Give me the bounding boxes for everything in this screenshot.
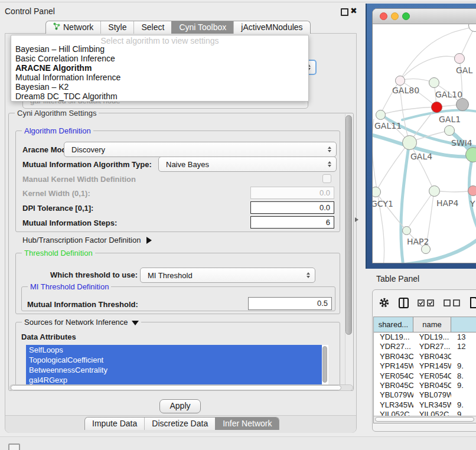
table-cell: YPR145W: [374, 361, 413, 371]
table-column-header-shared[interactable]: shared...: [374, 317, 413, 332]
tab-infer-network[interactable]: Infer Network: [215, 418, 279, 430]
network-node-label: Y: [470, 199, 475, 208]
table-cell: 8.: [451, 371, 476, 381]
network-node-y[interactable]: [468, 185, 476, 196]
table-column-header-2[interactable]: [451, 317, 476, 332]
minimize-traffic-light[interactable]: [391, 12, 399, 20]
settings-vscrollbar-thumb[interactable]: [345, 115, 352, 335]
new-table-icon[interactable]: [470, 297, 476, 310]
settings-hscrollbar-thumb[interactable]: [11, 385, 341, 390]
table-row[interactable]: YBR045CYBR045C9.: [374, 381, 476, 390]
kernel-width-label: Kernel Width (0,1):: [22, 189, 90, 198]
table-cell: YBL079W: [413, 390, 451, 400]
tab-style[interactable]: Style: [100, 21, 133, 34]
algo-option-dream8-dc-tdc-algorithm[interactable]: Dream8 DC_TDC Algorithm: [13, 92, 307, 101]
mi-steps-field[interactable]: 6: [250, 216, 334, 229]
tab-label: Cyni Toolbox: [179, 21, 226, 34]
table-toolbar: [379, 296, 476, 311]
table-cell: YPR145W: [413, 361, 451, 371]
data-attributes-list[interactable]: SelfLoopsTopologicalCoefficientBetweenne…: [26, 345, 328, 386]
network-node[interactable]: [456, 98, 469, 111]
network-node-label: GAL: [456, 66, 472, 75]
attribute-item-selfloops[interactable]: SelfLoops: [26, 345, 322, 355]
close-traffic-light[interactable]: [380, 12, 387, 20]
network-node-gal[interactable]: [454, 53, 465, 64]
attribute-item-gal4rgexp[interactable]: gal4RGexp: [26, 375, 322, 385]
tab-label: Discretize Data: [152, 418, 208, 430]
float-icon[interactable]: [341, 8, 348, 16]
tab-label: jActiveMNodules: [241, 21, 302, 34]
network-node-swi4[interactable]: [444, 125, 455, 136]
tab-select[interactable]: Select: [133, 21, 171, 34]
tab-impute-data[interactable]: Impute Data: [85, 418, 144, 430]
algorithm-dropdown-list: Select algorithm to view settings Bayesi…: [11, 35, 309, 102]
network-node-gal1[interactable]: [431, 102, 442, 113]
table-cell: YBR045C: [374, 381, 413, 390]
bottom-strip: [0, 437, 476, 450]
close-icon[interactable]: ✖: [350, 6, 357, 15]
table-cell: YLR345W: [374, 400, 413, 410]
cyni-settings-title: Cyni Algorithm Settings: [15, 109, 99, 118]
algo-option-bayesian-k2[interactable]: Bayesian – K2: [13, 82, 307, 92]
network-node-hap2[interactable]: [402, 226, 411, 235]
table-panel-body: shared...name YDL19...YDL19...13YDR27...…: [372, 289, 476, 432]
algo-option-bayesian-hill-climbing[interactable]: Bayesian – Hill Climbing: [13, 44, 307, 54]
tab-jactivemnodules[interactable]: jActiveMNodules: [233, 21, 309, 34]
network-node-gal4[interactable]: [402, 135, 417, 150]
algo-option-mutual-information-inference[interactable]: Mutual Information Inference: [13, 73, 307, 82]
table-cell: [451, 352, 476, 361]
splitpane-collapse-arrow[interactable]: [355, 217, 358, 222]
table-row[interactable]: YDR27...YDR27...12: [374, 342, 476, 351]
combo-arrows-icon: [328, 146, 331, 152]
network-canvas[interactable]: GALGAL80GAL10GAL1GAL11SWI4GAL4GCY1HAP4YH…: [373, 24, 476, 263]
aracne-mode-combo[interactable]: Discovery: [64, 142, 337, 157]
table-row[interactable]: YBR043CYBR043C: [374, 352, 476, 361]
tab-discretize-data[interactable]: Discretize Data: [144, 418, 215, 430]
network-node-hap4[interactable]: [429, 185, 440, 197]
tab-label: Network: [63, 21, 93, 34]
table-row[interactable]: YDL19...YDL19...13: [374, 332, 476, 342]
table-row[interactable]: YBL079WYBL079W: [374, 390, 476, 400]
mi-threshold-field[interactable]: 0.5: [248, 297, 332, 310]
network-node-label: GAL10: [435, 90, 462, 99]
network-node[interactable]: [421, 244, 431, 254]
network-window[interactable]: GALGAL80GAL10GAL1GAL11SWI4GAL4GCY1HAP4YH…: [372, 8, 476, 263]
table-row[interactable]: YER054CYER054C8.: [374, 371, 476, 381]
tab-network[interactable]: Network: [46, 21, 100, 34]
gear-icon[interactable]: [379, 297, 390, 310]
mi-steps-label: Mutual Information Steps:: [22, 219, 117, 227]
network-node-gal11[interactable]: [376, 110, 386, 120]
attribute-item-topologicalcoefficient[interactable]: TopologicalCoefficient: [26, 355, 322, 365]
deselect-all-icon[interactable]: [444, 299, 461, 309]
table-hscrollbar-thumb[interactable]: [375, 417, 474, 422]
network-node-gal10[interactable]: [429, 77, 439, 88]
sources-title[interactable]: Sources for Network Inference: [22, 318, 141, 327]
attributes-vscrollbar-thumb[interactable]: [322, 346, 327, 383]
mi-type-combo[interactable]: Naive Bayes: [158, 156, 337, 172]
attribute-item-betweennesscentrality[interactable]: BetweennessCentrality: [26, 365, 322, 375]
algo-option-aracne-algorithm[interactable]: ARACNE Algorithm: [13, 63, 307, 73]
table-cell: 9.: [451, 381, 476, 390]
tab-cyni-toolbox[interactable]: Cyni Toolbox: [171, 21, 233, 34]
table-row[interactable]: YPR145WYPR145W9.: [374, 361, 476, 371]
hub-definition-label: Hub/Transcription Factor Definition: [22, 236, 141, 244]
hub-definition-expander[interactable]: Hub/Transcription Factor Definition: [22, 236, 152, 244]
table-row[interactable]: YLR345WYLR345W9.: [374, 400, 476, 410]
network-node-gal80[interactable]: [395, 76, 405, 86]
algo-option-basic-correlation-inference[interactable]: Basic Correlation Inference: [13, 54, 307, 63]
kernel-width-field[interactable]: 0.0: [250, 187, 334, 199]
select-all-icon[interactable]: [418, 299, 435, 309]
table-body: YDL19...YDL19...13YDR27...YDR27...12YBR0…: [374, 332, 476, 420]
table-cell: YDL19...: [374, 332, 413, 342]
which-threshold-combo[interactable]: MI Threshold: [140, 268, 315, 283]
top-divider: [0, 2, 476, 2]
dpi-tolerance-field[interactable]: 0.0: [250, 201, 334, 214]
apply-button[interactable]: Apply: [159, 399, 201, 413]
table-column-header-name[interactable]: name: [413, 317, 451, 332]
columns-icon[interactable]: [399, 298, 409, 310]
zoom-traffic-light[interactable]: [402, 12, 410, 20]
manual-kernel-checkbox[interactable]: [322, 174, 331, 183]
data-attributes-label: Data Attributes: [21, 332, 76, 341]
partial-corner-button[interactable]: [8, 444, 20, 450]
network-window-titlebar[interactable]: [373, 9, 476, 24]
